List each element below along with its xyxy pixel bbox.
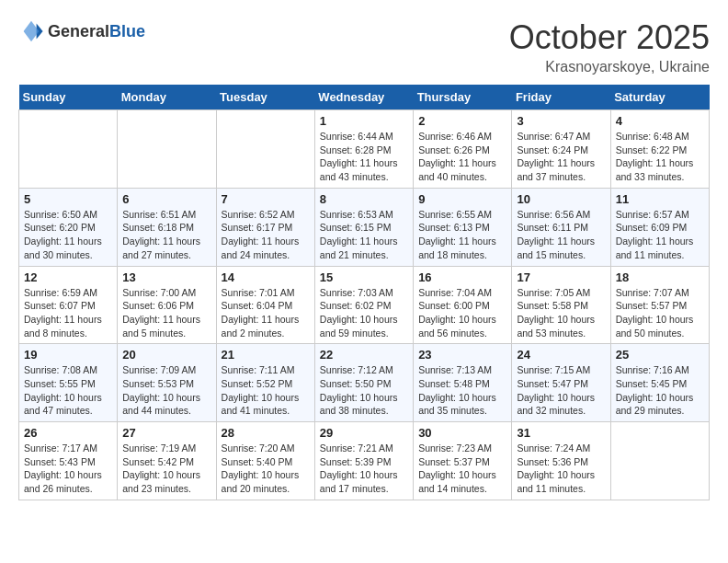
day-number: 28 xyxy=(222,426,310,440)
day-info: Sunrise: 7:23 AM Sunset: 5:37 PM Dayligh… xyxy=(418,442,506,496)
day-info: Sunrise: 6:57 AM Sunset: 6:09 PM Dayligh… xyxy=(616,208,704,262)
day-info: Sunrise: 7:03 AM Sunset: 6:02 PM Dayligh… xyxy=(320,286,408,340)
day-number: 8 xyxy=(320,192,408,206)
calendar-cell xyxy=(118,110,216,189)
day-info: Sunrise: 6:47 AM Sunset: 6:24 PM Dayligh… xyxy=(517,130,605,184)
calendar-cell: 11Sunrise: 6:57 AM Sunset: 6:09 PM Dayli… xyxy=(610,188,709,266)
weekday-header: Thursday xyxy=(414,85,512,110)
day-info: Sunrise: 7:11 AM Sunset: 5:52 PM Dayligh… xyxy=(222,363,310,418)
weekday-header: Friday xyxy=(512,85,610,110)
day-info: Sunrise: 7:24 AM Sunset: 5:36 PM Dayligh… xyxy=(517,442,605,496)
calendar-cell: 19Sunrise: 7:08 AM Sunset: 5:55 PM Dayli… xyxy=(19,344,118,422)
day-number: 25 xyxy=(616,348,704,362)
calendar-cell xyxy=(216,110,314,189)
calendar-week-row: 12Sunrise: 6:59 AM Sunset: 6:07 PM Dayli… xyxy=(19,266,710,344)
day-number: 23 xyxy=(418,348,506,362)
calendar-week-row: 5Sunrise: 6:50 AM Sunset: 6:20 PM Daylig… xyxy=(19,188,710,266)
day-info: Sunrise: 7:00 AM Sunset: 6:06 PM Dayligh… xyxy=(122,286,210,340)
day-info: Sunrise: 7:07 AM Sunset: 5:57 PM Dayligh… xyxy=(616,286,704,340)
calendar-cell: 15Sunrise: 7:03 AM Sunset: 6:02 PM Dayli… xyxy=(314,266,413,344)
calendar-cell: 30Sunrise: 7:23 AM Sunset: 5:37 PM Dayli… xyxy=(414,422,512,500)
calendar-cell: 23Sunrise: 7:13 AM Sunset: 5:48 PM Dayli… xyxy=(414,344,512,422)
calendar-cell: 29Sunrise: 7:21 AM Sunset: 5:39 PM Dayli… xyxy=(314,422,413,500)
logo-icon xyxy=(18,18,44,44)
calendar-cell: 3Sunrise: 6:47 AM Sunset: 6:24 PM Daylig… xyxy=(512,110,610,189)
day-number: 19 xyxy=(24,348,112,362)
month-title: October 2025 xyxy=(509,18,710,57)
calendar-cell: 10Sunrise: 6:56 AM Sunset: 6:11 PM Dayli… xyxy=(512,188,610,266)
weekday-header: Wednesday xyxy=(314,85,413,110)
day-number: 13 xyxy=(122,270,210,284)
day-info: Sunrise: 7:13 AM Sunset: 5:48 PM Dayligh… xyxy=(418,363,506,418)
day-info: Sunrise: 6:59 AM Sunset: 6:07 PM Dayligh… xyxy=(24,286,112,340)
day-info: Sunrise: 6:52 AM Sunset: 6:17 PM Dayligh… xyxy=(222,208,310,262)
day-info: Sunrise: 7:01 AM Sunset: 6:04 PM Dayligh… xyxy=(222,286,310,340)
title-block: October 2025 Krasnoyarskoye, Ukraine xyxy=(509,18,710,75)
day-info: Sunrise: 7:05 AM Sunset: 5:58 PM Dayligh… xyxy=(517,286,605,340)
day-number: 26 xyxy=(24,426,112,440)
calendar-cell: 20Sunrise: 7:09 AM Sunset: 5:53 PM Dayli… xyxy=(118,344,216,422)
day-info: Sunrise: 7:09 AM Sunset: 5:53 PM Dayligh… xyxy=(122,363,210,418)
calendar-cell: 12Sunrise: 6:59 AM Sunset: 6:07 PM Dayli… xyxy=(19,266,118,344)
calendar-cell: 6Sunrise: 6:51 AM Sunset: 6:18 PM Daylig… xyxy=(118,188,216,266)
logo-general: General xyxy=(48,22,109,40)
calendar-cell: 4Sunrise: 6:48 AM Sunset: 6:22 PM Daylig… xyxy=(610,110,709,189)
calendar-cell: 24Sunrise: 7:15 AM Sunset: 5:47 PM Dayli… xyxy=(512,344,610,422)
day-number: 22 xyxy=(320,348,408,362)
day-number: 27 xyxy=(122,426,210,440)
day-number: 20 xyxy=(122,348,210,362)
day-number: 29 xyxy=(320,426,408,440)
day-number: 17 xyxy=(517,270,605,284)
calendar-cell: 17Sunrise: 7:05 AM Sunset: 5:58 PM Dayli… xyxy=(512,266,610,344)
day-info: Sunrise: 7:21 AM Sunset: 5:39 PM Dayligh… xyxy=(320,442,408,496)
calendar-week-row: 19Sunrise: 7:08 AM Sunset: 5:55 PM Dayli… xyxy=(19,344,710,422)
day-info: Sunrise: 7:16 AM Sunset: 5:45 PM Dayligh… xyxy=(616,363,704,418)
day-number: 10 xyxy=(517,192,605,206)
weekday-header: Monday xyxy=(118,85,216,110)
day-number: 6 xyxy=(122,192,210,206)
day-info: Sunrise: 7:15 AM Sunset: 5:47 PM Dayligh… xyxy=(517,363,605,418)
day-number: 16 xyxy=(418,270,506,284)
day-number: 1 xyxy=(320,114,408,128)
day-number: 31 xyxy=(517,426,605,440)
day-number: 5 xyxy=(24,192,112,206)
calendar-cell: 16Sunrise: 7:04 AM Sunset: 6:00 PM Dayli… xyxy=(414,266,512,344)
calendar-week-row: 1Sunrise: 6:44 AM Sunset: 6:28 PM Daylig… xyxy=(19,110,710,189)
calendar-cell: 21Sunrise: 7:11 AM Sunset: 5:52 PM Dayli… xyxy=(216,344,314,422)
day-info: Sunrise: 6:55 AM Sunset: 6:13 PM Dayligh… xyxy=(418,208,506,262)
day-number: 9 xyxy=(418,192,506,206)
calendar-cell: 25Sunrise: 7:16 AM Sunset: 5:45 PM Dayli… xyxy=(610,344,709,422)
calendar-cell: 27Sunrise: 7:19 AM Sunset: 5:42 PM Dayli… xyxy=(118,422,216,500)
day-number: 21 xyxy=(222,348,310,362)
calendar-cell: 14Sunrise: 7:01 AM Sunset: 6:04 PM Dayli… xyxy=(216,266,314,344)
day-info: Sunrise: 7:08 AM Sunset: 5:55 PM Dayligh… xyxy=(24,363,112,418)
page-header: GeneralBlue October 2025 Krasnoyarskoye,… xyxy=(18,18,710,75)
calendar-week-row: 26Sunrise: 7:17 AM Sunset: 5:43 PM Dayli… xyxy=(19,422,710,500)
day-info: Sunrise: 6:46 AM Sunset: 6:26 PM Dayligh… xyxy=(418,130,506,184)
calendar-cell: 5Sunrise: 6:50 AM Sunset: 6:20 PM Daylig… xyxy=(19,188,118,266)
day-info: Sunrise: 7:04 AM Sunset: 6:00 PM Dayligh… xyxy=(418,286,506,340)
calendar-cell: 28Sunrise: 7:20 AM Sunset: 5:40 PM Dayli… xyxy=(216,422,314,500)
day-number: 18 xyxy=(616,270,704,284)
day-info: Sunrise: 7:17 AM Sunset: 5:43 PM Dayligh… xyxy=(24,442,112,496)
calendar-cell: 31Sunrise: 7:24 AM Sunset: 5:36 PM Dayli… xyxy=(512,422,610,500)
calendar-cell: 26Sunrise: 7:17 AM Sunset: 5:43 PM Dayli… xyxy=(19,422,118,500)
weekday-header-row: SundayMondayTuesdayWednesdayThursdayFrid… xyxy=(19,85,710,110)
weekday-header: Sunday xyxy=(19,85,118,110)
day-number: 11 xyxy=(616,192,704,206)
day-number: 2 xyxy=(418,114,506,128)
day-number: 7 xyxy=(222,192,310,206)
weekday-header: Tuesday xyxy=(216,85,314,110)
calendar-cell xyxy=(19,110,118,189)
day-info: Sunrise: 6:56 AM Sunset: 6:11 PM Dayligh… xyxy=(517,208,605,262)
day-number: 30 xyxy=(418,426,506,440)
calendar-cell: 2Sunrise: 6:46 AM Sunset: 6:26 PM Daylig… xyxy=(414,110,512,189)
day-info: Sunrise: 7:19 AM Sunset: 5:42 PM Dayligh… xyxy=(122,442,210,496)
calendar-cell: 13Sunrise: 7:00 AM Sunset: 6:06 PM Dayli… xyxy=(118,266,216,344)
logo-blue: Blue xyxy=(109,22,145,40)
weekday-header: Saturday xyxy=(610,85,709,110)
calendar: SundayMondayTuesdayWednesdayThursdayFrid… xyxy=(18,85,710,500)
calendar-cell: 18Sunrise: 7:07 AM Sunset: 5:57 PM Dayli… xyxy=(610,266,709,344)
calendar-cell: 7Sunrise: 6:52 AM Sunset: 6:17 PM Daylig… xyxy=(216,188,314,266)
day-number: 15 xyxy=(320,270,408,284)
